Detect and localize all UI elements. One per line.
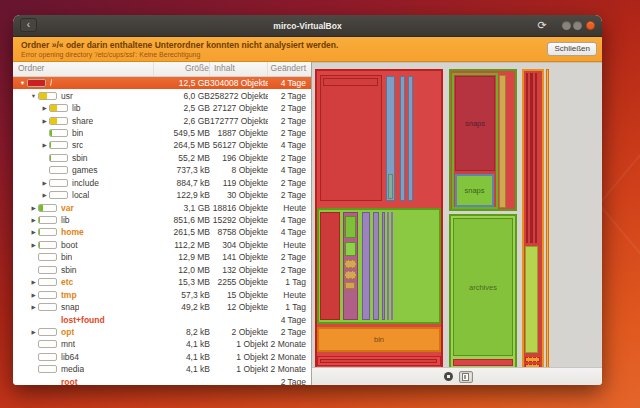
expander-closed-icon[interactable]: ▶ (40, 105, 49, 111)
table-row[interactable]: lib644,1 kB1 Objekt2 Monate (13, 351, 311, 363)
table-row[interactable]: ▼/12,5 GB304008 Objekte4 Tage (13, 77, 311, 89)
treemap-rect[interactable] (453, 359, 513, 366)
folder-cell: ▶opt (13, 327, 154, 337)
treemap-rect[interactable] (525, 246, 538, 353)
expander-open-icon[interactable]: ▼ (18, 80, 27, 86)
table-row[interactable]: games737,3 kB8 Objekte4 Tage (13, 164, 311, 176)
treemap-rect[interactable] (535, 73, 537, 243)
treemap-rect[interactable] (320, 359, 437, 363)
table-row[interactable]: mnt4,1 kB1 Objekt2 Monate (13, 338, 311, 350)
treemap-rect[interactable] (387, 212, 389, 320)
expander-closed-icon[interactable]: ▶ (29, 304, 38, 310)
treemap-rect[interactable] (345, 282, 355, 289)
table-row[interactable]: ▶src264,5 MB56127 Objekte4 Tage (13, 139, 311, 151)
folder-name: bin (72, 128, 83, 138)
treemap-rect[interactable] (400, 76, 405, 201)
infobar-message: Ordner »/« oder darin enthaltene Unteror… (21, 40, 338, 50)
treemap-rect[interactable] (388, 174, 393, 199)
table-row[interactable]: ▶etc15,3 MB2255 Objekte1 Tag (13, 276, 311, 288)
table-row[interactable]: ▶home261,5 MB8758 Objekte4 Tage (13, 226, 311, 238)
table-row[interactable]: ▶opt8,2 kB2 Objekte2 Tage (13, 326, 311, 338)
treemap-rect[interactable] (499, 75, 506, 208)
expander-closed-icon[interactable]: ▶ (40, 192, 49, 198)
table-row[interactable]: ▶local122,9 kB30 Objekte2 Tage (13, 189, 311, 201)
treemap-rect-snaps-green[interactable]: snaps (455, 174, 494, 207)
folder-cell: mnt (13, 339, 154, 349)
table-row[interactable]: ▶var3,1 GB18816 ObjekteHeute (13, 201, 311, 213)
usage-bar (38, 328, 57, 336)
table-row[interactable]: bin12,9 MB141 Objekte2 Tage (13, 251, 311, 263)
refresh-button[interactable]: ⟳ (534, 17, 550, 33)
expander-closed-icon[interactable]: ▶ (40, 142, 49, 148)
expander-open-icon[interactable]: ▼ (29, 93, 38, 99)
table-row[interactable]: ▶tmp57,3 kB15 ObjekteHeute (13, 288, 311, 300)
treemap-rect[interactable] (345, 242, 356, 256)
table-row[interactable]: bin549,5 MB1887 Objekte2 Tage (13, 127, 311, 139)
size-cell: 6,0 GB (154, 91, 210, 101)
table-row[interactable]: ▼usr6,0 GB258272 Objekte2 Tage (13, 89, 311, 101)
treemap-rect[interactable] (362, 212, 370, 320)
table-row[interactable]: ▶snap49,2 kB12 Objekte1 Tag (13, 301, 311, 313)
expander-closed-icon[interactable]: ▶ (29, 229, 38, 235)
treemap-chart-icon (462, 373, 469, 381)
contents-cell: 15 Objekte (210, 290, 268, 300)
treemap-rect[interactable] (320, 75, 382, 201)
expander-closed-icon[interactable]: ▶ (29, 242, 38, 248)
infobar-close-button[interactable]: Schließen (547, 42, 597, 56)
table-row[interactable]: ▶lib2,5 GB27127 Objekte2 Tage (13, 102, 311, 114)
treemap-rect-bin[interactable]: bin (317, 327, 441, 352)
folder-cell: sbin (13, 153, 154, 163)
expander-closed-icon[interactable]: ▶ (40, 118, 49, 124)
table-row[interactable]: root2 Tage (13, 376, 311, 386)
contents-cell: 258272 Objekte (210, 91, 268, 101)
folder-cell: ▶boot (13, 240, 154, 250)
expander-closed-icon[interactable]: ▶ (29, 329, 38, 335)
header-folder[interactable]: Ordner (13, 62, 154, 76)
treemap-rect[interactable] (345, 260, 356, 268)
table-row[interactable]: ▶boot112,2 MB304 ObjekteHeute (13, 239, 311, 251)
treemap-rect[interactable] (391, 212, 393, 320)
contents-cell: 1887 Objekte (210, 128, 268, 138)
size-cell: 261,5 MB (154, 227, 210, 237)
table-row[interactable]: sbin12,0 MB132 Objekte2 Tage (13, 264, 311, 276)
table-row[interactable]: sbin55,2 MB196 Objekte2 Tage (13, 152, 311, 164)
size-cell: 264,5 MB (154, 140, 210, 150)
maximize-button[interactable] (573, 21, 582, 30)
treemap-rect[interactable] (408, 76, 413, 201)
treemap-rect[interactable] (373, 212, 379, 320)
table-row[interactable]: ▶include884,7 kB119 Objekte2 Tage (13, 177, 311, 189)
treemap-rect[interactable] (525, 357, 540, 362)
header-size[interactable]: Größe (154, 62, 210, 76)
treemap-sliver[interactable] (546, 69, 549, 368)
treemap-rect-snaps-red[interactable]: snaps (455, 76, 495, 171)
back-button[interactable]: ‹ (20, 18, 37, 32)
folder-name: include (72, 178, 99, 188)
expander-closed-icon[interactable]: ▶ (29, 279, 38, 285)
treemap-rect[interactable] (345, 271, 356, 279)
expander-closed-icon[interactable]: ▶ (29, 292, 38, 298)
minimize-button[interactable] (562, 21, 571, 30)
treemap-chart-button[interactable] (459, 371, 473, 383)
header-contents[interactable]: Inhalt (210, 62, 268, 76)
treemap-rect-archives[interactable]: archives (453, 218, 513, 356)
table-row[interactable]: lost+found4 Tage (13, 313, 311, 325)
treemap-rect[interactable] (345, 216, 356, 238)
table-row[interactable]: media4,1 kB1 Objekt2 Monate (13, 363, 311, 375)
rings-chart-button[interactable] (442, 371, 456, 383)
treemap-rect[interactable] (320, 212, 340, 320)
table-row[interactable]: ▶share2,6 GB172777 Objekte2 Tage (13, 114, 311, 126)
treemap-rect[interactable] (323, 78, 378, 86)
treemap-rect[interactable] (382, 212, 385, 320)
folder-table-body: ▼/12,5 GB304008 Objekte4 Tage▼usr6,0 GB2… (13, 77, 311, 385)
header-modified[interactable]: Geändert (268, 62, 311, 76)
table-row[interactable]: ▶lib851,6 MB15292 Objekte4 Tage (13, 214, 311, 226)
folder-cell: bin (13, 252, 154, 262)
close-window-button[interactable] (586, 21, 595, 30)
modified-cell: 2 Monate (268, 352, 311, 362)
expander-closed-icon[interactable]: ▶ (29, 217, 38, 223)
treemap-rect[interactable] (526, 73, 528, 243)
expander-closed-icon[interactable]: ▶ (29, 205, 38, 211)
expander-closed-icon[interactable]: ▶ (40, 180, 49, 186)
treemap-rect[interactable] (530, 73, 533, 243)
folder-name: sbin (72, 153, 88, 163)
